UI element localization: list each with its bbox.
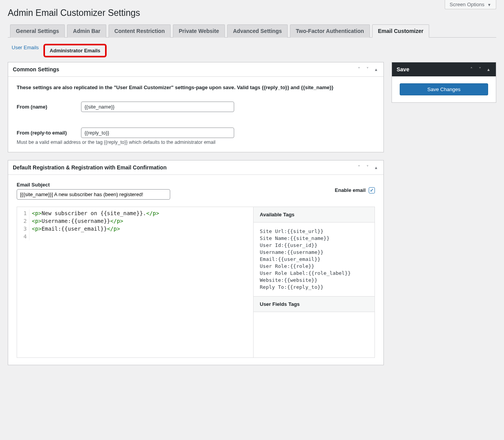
from-name-input[interactable] xyxy=(81,102,234,112)
email-body-code[interactable]: <p>New subscriber on {{site_name}}.</p> … xyxy=(29,209,159,240)
tab-content-restriction[interactable]: Content Restriction xyxy=(109,24,171,38)
triangle-up-icon[interactable]: ▴ xyxy=(373,165,379,170)
common-settings-box: Common Settings ˄ ˅ ▴ These settings are… xyxy=(8,62,384,152)
registration-box: Default Registration & Registration with… xyxy=(8,160,384,365)
common-settings-title: Common Settings xyxy=(13,62,59,76)
subtab-user-emails[interactable]: User Emails xyxy=(10,44,40,51)
save-box: Save ˄ ˅ ▴ Save Changes xyxy=(392,62,496,103)
tag-item: Site Url:{{site_url}} xyxy=(260,228,368,235)
tab-private-website[interactable]: Private Website xyxy=(173,24,225,38)
chevron-down-icon[interactable]: ˅ xyxy=(365,67,370,72)
from-name-label: From (name) xyxy=(17,104,75,110)
page-title: Admin Email Customizer Settings xyxy=(8,0,496,24)
tag-item: Website:{{website}} xyxy=(260,277,368,284)
user-fields-tags-body xyxy=(254,312,375,357)
line-gutter: 1234 xyxy=(17,209,29,240)
enable-email-checkbox[interactable]: ✓ xyxy=(369,187,375,193)
tag-item: User Role Label:{{role_label}} xyxy=(260,270,368,277)
reply-to-desc: Must be a valid email address or the tag… xyxy=(17,140,375,145)
tab-admin-bar[interactable]: Admin Bar xyxy=(67,24,106,38)
user-fields-tags-header: User Fields Tags xyxy=(254,296,375,312)
save-changes-button[interactable]: Save Changes xyxy=(400,83,488,95)
available-tags-header: Available Tags xyxy=(254,207,375,223)
save-box-title: Save xyxy=(397,62,409,76)
common-settings-intro: These settings are also replicated in th… xyxy=(17,84,375,91)
screen-options-toggle[interactable]: Screen Options ▼ xyxy=(445,0,496,9)
tab-general-settings[interactable]: General Settings xyxy=(10,24,65,38)
chevron-up-icon[interactable]: ˄ xyxy=(356,165,362,170)
available-tags-list: Site Url:{{site_url}} Site Name:{{site_n… xyxy=(254,223,375,296)
tag-item: User Role:{{role}} xyxy=(260,263,368,270)
triangle-up-icon[interactable]: ▴ xyxy=(486,67,491,72)
screen-options-label: Screen Options xyxy=(450,2,485,7)
tab-email-customizer[interactable]: Email Customizer xyxy=(372,24,429,38)
chevron-up-icon[interactable]: ˄ xyxy=(469,67,474,72)
sub-tabs: User Emails Administrator Emails xyxy=(8,38,496,62)
reply-to-label: From (reply-to email) xyxy=(17,130,75,136)
chevron-up-icon[interactable]: ˄ xyxy=(356,67,362,72)
email-subject-input[interactable] xyxy=(17,189,170,200)
reply-to-input[interactable] xyxy=(81,128,234,138)
tab-two-factor-auth[interactable]: Two-Factor Authentication xyxy=(290,24,370,38)
tag-item: Email:{{user_email}} xyxy=(260,256,368,263)
chevron-down-icon[interactable]: ˅ xyxy=(365,165,370,170)
registration-title: Default Registration & Registration with… xyxy=(13,160,167,174)
triangle-up-icon[interactable]: ▴ xyxy=(373,67,379,72)
tag-item: Username:{{username}} xyxy=(260,249,368,256)
caret-down-icon: ▼ xyxy=(487,3,491,7)
chevron-down-icon[interactable]: ˅ xyxy=(477,67,483,72)
tab-advanced-settings[interactable]: Advanced Settings xyxy=(227,24,288,38)
email-subject-label: Email Subject xyxy=(17,182,170,188)
main-tabs: General Settings Admin Bar Content Restr… xyxy=(8,24,496,38)
tag-item: User Id:{{user_id}} xyxy=(260,242,368,249)
email-body-editor[interactable]: 1234 <p>New subscriber on {{site_name}}.… xyxy=(17,207,254,357)
enable-email-label: Enable email xyxy=(335,187,366,193)
subtab-admin-emails[interactable]: Administrator Emails xyxy=(43,44,107,57)
tag-item: Site Name:{{site_name}} xyxy=(260,235,368,242)
tag-item: Reply To:{{reply_to}} xyxy=(260,284,368,291)
